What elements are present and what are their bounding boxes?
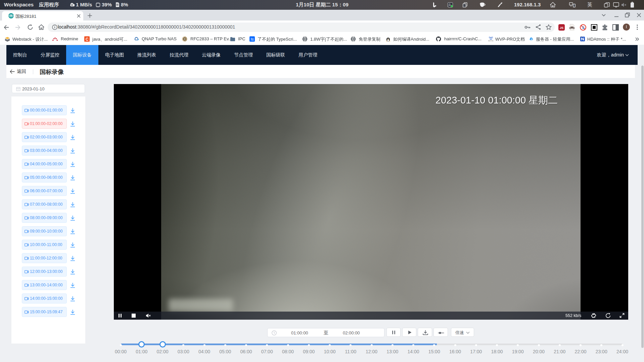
svg-text:C: C (86, 37, 89, 42)
svg-text:WVP PRO: WVP PRO (488, 40, 494, 42)
svg-text:JS: JS (560, 26, 563, 30)
svg-text:知: 知 (250, 37, 254, 41)
